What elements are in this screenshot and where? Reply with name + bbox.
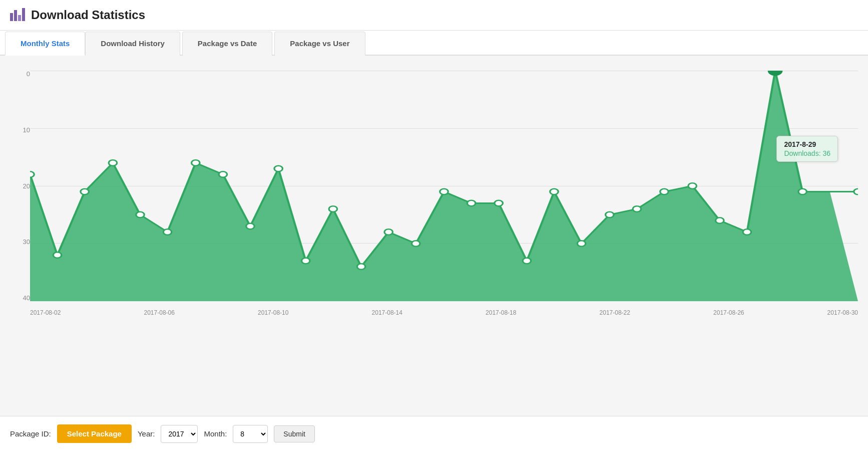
svg-point-17 [329, 206, 337, 212]
year-label: Year: [138, 429, 155, 438]
svg-point-7 [53, 252, 62, 258]
x-label-1: 2017-08-02 [30, 309, 61, 316]
x-label-7: 2017-08-26 [713, 309, 744, 316]
svg-point-30 [688, 183, 697, 189]
svg-point-33 [768, 71, 781, 75]
svg-point-12 [192, 160, 200, 166]
chart-container: 40 30 20 10 0 [0, 56, 868, 416]
svg-point-29 [660, 189, 669, 195]
svg-point-22 [467, 200, 476, 206]
x-axis-labels: 2017-08-02 2017-08-06 2017-08-10 2017-08… [30, 301, 858, 316]
y-label-0: 0 [10, 71, 30, 77]
tab-package-vs-date[interactable]: Package vs Date [182, 32, 272, 56]
svg-marker-5 [30, 71, 858, 301]
svg-point-21 [440, 189, 449, 195]
svg-point-27 [606, 212, 614, 218]
page-title: Download Statistics [31, 8, 145, 22]
svg-point-34 [798, 189, 807, 195]
svg-point-35 [854, 189, 858, 195]
svg-point-13 [219, 171, 227, 177]
month-label: Month: [204, 429, 227, 438]
year-select[interactable]: 2015 2016 2017 2018 [161, 425, 198, 443]
svg-point-28 [633, 206, 641, 212]
footer-bar: Package ID: Select Package Year: 2015 20… [0, 416, 868, 451]
svg-point-6 [30, 171, 34, 177]
page-header: Download Statistics [0, 0, 868, 31]
y-label-40: 40 [10, 295, 30, 301]
month-select[interactable]: 1 2 3 4 5 6 7 8 9 10 11 12 [233, 425, 268, 443]
svg-point-20 [411, 241, 420, 247]
submit-button[interactable]: Submit [274, 425, 315, 442]
x-label-5: 2017-08-18 [486, 309, 516, 316]
x-label-6: 2017-08-22 [600, 309, 630, 316]
y-label-10: 10 [10, 127, 30, 133]
x-label-3: 2017-08-10 [258, 309, 288, 316]
svg-point-32 [743, 229, 751, 235]
svg-point-18 [357, 264, 365, 270]
chart-area: 40 30 20 10 0 [10, 66, 858, 316]
x-label-2: 2017-08-06 [144, 309, 175, 316]
svg-rect-2 [18, 15, 21, 21]
svg-point-14 [246, 223, 255, 230]
package-id-label: Package ID: [10, 429, 51, 438]
y-label-30: 30 [10, 239, 30, 245]
svg-point-23 [495, 200, 503, 206]
tab-monthly-stats[interactable]: Monthly Stats [5, 32, 85, 56]
svg-rect-1 [14, 10, 17, 21]
svg-point-16 [302, 258, 310, 264]
tab-download-history[interactable]: Download History [85, 32, 180, 56]
page-wrapper: Download Statistics Monthly Stats Downlo… [0, 0, 868, 451]
x-label-4: 2017-08-14 [372, 309, 402, 316]
tabs-bar: Monthly Stats Download History Package v… [0, 31, 868, 56]
svg-point-19 [384, 229, 393, 235]
svg-point-9 [109, 160, 117, 166]
svg-point-31 [716, 217, 724, 223]
svg-point-24 [523, 258, 531, 264]
svg-point-25 [550, 189, 559, 195]
y-axis: 40 30 20 10 0 [10, 66, 30, 316]
svg-point-15 [274, 166, 283, 172]
y-label-20: 20 [10, 183, 30, 189]
svg-point-10 [136, 212, 145, 218]
chart-inner: 2017-8-29 Downloads: 36 2017-08-02 2017-… [30, 66, 858, 316]
svg-point-11 [163, 229, 172, 235]
svg-point-26 [577, 241, 586, 247]
svg-point-8 [81, 189, 89, 195]
chart-icon [10, 7, 25, 23]
x-label-8: 2017-08-30 [827, 309, 858, 316]
svg-rect-3 [22, 8, 25, 21]
select-package-button[interactable]: Select Package [57, 424, 132, 443]
svg-rect-0 [10, 13, 13, 21]
chart-svg [30, 71, 858, 301]
tab-package-vs-user[interactable]: Package vs User [274, 32, 365, 56]
